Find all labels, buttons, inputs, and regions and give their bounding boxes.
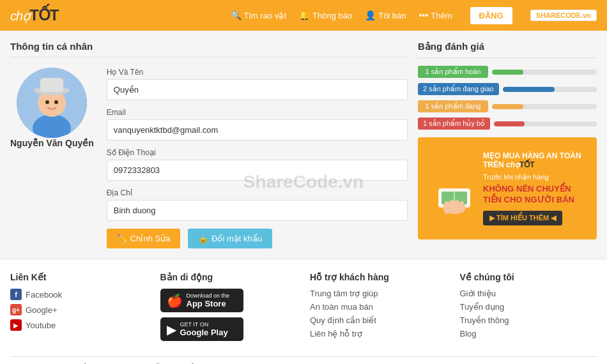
footer-col-di-dong: Bản di động 🍎 Download on the App Store … bbox=[160, 272, 298, 346]
logo[interactable]: chợTỐT bbox=[10, 6, 58, 24]
ad-brand-tot: TỐT bbox=[519, 160, 535, 169]
footer-bottom: CÔNG TY TNHH CHỢ TỐT - Địa chỉ: Phòng 18… bbox=[10, 356, 597, 364]
googleplus-icon: g+ bbox=[10, 304, 22, 315]
get-it-on-label: GET IT ON bbox=[180, 321, 228, 328]
bell-icon: 🔔 bbox=[299, 10, 310, 20]
footer-lien-ket-title: Liên Kết bbox=[10, 272, 148, 282]
profile-section: Nguyễn Văn Quyền Họ Và Tên Email Số Điện… bbox=[10, 68, 408, 248]
apple-icon: 🍎 bbox=[167, 293, 183, 308]
lien-he-label: Liên hệ hỗ trợ bbox=[310, 329, 362, 338]
nav-more-label: Thêm bbox=[431, 11, 452, 20]
nav-more[interactable]: ••• Thêm bbox=[419, 10, 452, 20]
svg-point-5 bbox=[45, 100, 49, 104]
input-phone[interactable] bbox=[107, 160, 408, 181]
nav-profile[interactable]: 👤 Tôi bán bbox=[365, 10, 406, 20]
footer-link-tuyen-dung[interactable]: Tuyển dụng bbox=[460, 302, 597, 312]
footer-col-ho-tro: Hỗ trợ khách hàng Trung tâm trợ giúp An … bbox=[310, 272, 447, 346]
doi-mat-khau-label: Đổi mật khẩu bbox=[211, 234, 262, 243]
rating-label-2: 1 sản phẩm đang bbox=[418, 100, 488, 112]
ad-learn-more-button[interactable]: ▶ TÌM HIỂU THÊM ◀ bbox=[483, 211, 562, 225]
rating-title: Bảng đánh giá bbox=[418, 41, 597, 58]
form-group-name: Họ Và Tên bbox=[107, 68, 408, 100]
input-address[interactable] bbox=[107, 200, 408, 221]
logo-tot: TỐT bbox=[29, 6, 58, 24]
ad-image bbox=[426, 156, 477, 220]
chinh-sua-button[interactable]: ✏️ Chỉnh Sửa bbox=[107, 229, 181, 248]
doi-mat-khau-button[interactable]: 🔒 Đổi mật khẩu bbox=[188, 229, 272, 248]
rating-bar-3: 1 sản phẩm hủy bỏ bbox=[418, 118, 597, 130]
ad-title: MẸO MUA HÀNG AN TOÀN TRÊN chợTỐT bbox=[483, 151, 589, 169]
nav-profile-label: Tôi bán bbox=[378, 11, 406, 20]
svg-point-6 bbox=[54, 100, 58, 104]
footer-link-facebook[interactable]: f Facebook bbox=[10, 289, 148, 300]
footer-link-lien-he[interactable]: Liên hệ hỗ trợ bbox=[310, 329, 447, 338]
nav-search[interactable]: 🔍 Tìm rao vặt bbox=[231, 10, 287, 20]
nav-notification[interactable]: 🔔 Thông báo bbox=[299, 10, 352, 20]
blog-label: Blog bbox=[460, 329, 477, 338]
form-section: Họ Và Tên Email Số Điện Thoại Địa Chỉ bbox=[107, 68, 408, 248]
google-play-button[interactable]: ▶ GET IT ON Google Play bbox=[160, 317, 243, 341]
svg-rect-13 bbox=[455, 200, 459, 214]
avatar bbox=[17, 68, 87, 138]
google-play-text: GET IT ON Google Play bbox=[180, 321, 228, 337]
right-panel: Bảng đánh giá 1 sản phẩm hoàn 2 sản phẩm… bbox=[418, 41, 597, 248]
footer-link-googleplus[interactable]: g+ Google+ bbox=[10, 304, 148, 315]
svg-rect-4 bbox=[40, 78, 63, 92]
form-group-email: Email bbox=[107, 108, 408, 140]
quy-dinh-label: Quy định cần biết bbox=[310, 315, 376, 325]
form-group-address: Địa Chỉ bbox=[107, 188, 408, 221]
footer-grid: Liên Kết f Facebook g+ Google+ ▶ Youtube… bbox=[10, 272, 597, 346]
input-ho-va-ten[interactable] bbox=[107, 79, 408, 100]
lock-icon: 🔒 bbox=[198, 234, 208, 243]
app-store-text: Download on the App Store bbox=[187, 292, 230, 308]
facebook-label: Facebook bbox=[26, 290, 62, 300]
chinh-sua-label: Chỉnh Sửa bbox=[130, 234, 171, 243]
ad-highlight: KHÔNG NÊN CHUYỂN TIỀN CHO NGƯỜI BÁN bbox=[483, 184, 589, 206]
sharecode-badge: SHARECODE.vn bbox=[530, 10, 597, 21]
svg-rect-14 bbox=[460, 201, 464, 213]
app-store-label: App Store bbox=[187, 299, 230, 308]
youtube-label: Youtube bbox=[26, 321, 56, 330]
app-store-button[interactable]: 🍎 Download on the App Store bbox=[160, 289, 243, 312]
label-email: Email bbox=[107, 108, 408, 117]
user-icon: 👤 bbox=[365, 10, 376, 20]
footer-link-gioi-thieu[interactable]: Giới thiệu bbox=[460, 289, 597, 298]
rating-fill-1 bbox=[503, 87, 555, 92]
nav-links: 🔍 Tìm rao vặt 🔔 Thông báo 👤 Tôi bán ••• … bbox=[231, 7, 597, 24]
rating-label-1: 2 sản phẩm đang giao bbox=[418, 83, 499, 95]
avatar-block: Nguyễn Văn Quyền bbox=[10, 68, 94, 148]
footer-link-blog[interactable]: Blog bbox=[460, 329, 597, 338]
footer-ho-tro-title: Hỗ trợ khách hàng bbox=[310, 272, 447, 282]
label-ho-va-ten: Họ Và Tên bbox=[107, 68, 408, 77]
input-email[interactable] bbox=[107, 119, 408, 140]
footer-link-truyen-thong[interactable]: Truyền thông bbox=[460, 315, 597, 325]
footer-link-youtube[interactable]: ▶ Youtube bbox=[10, 319, 148, 331]
dots-icon: ••• bbox=[419, 10, 429, 20]
footer-col-lien-ket: Liên Kết f Facebook g+ Google+ ▶ Youtube bbox=[10, 272, 148, 346]
footer-di-dong-title: Bản di động bbox=[160, 272, 298, 282]
nav-search-label: Tìm rao vặt bbox=[244, 11, 287, 20]
rating-track-2 bbox=[492, 104, 597, 109]
svg-rect-11 bbox=[445, 201, 449, 214]
main-container: Thông tin cá nhân ShareCode.vn bbox=[0, 31, 607, 259]
google-play-icon: ▶ bbox=[167, 322, 176, 337]
login-button[interactable]: ĐĂNG bbox=[470, 7, 512, 24]
rating-label-3: 1 sản phẩm hủy bỏ bbox=[418, 118, 490, 130]
youtube-icon: ▶ bbox=[10, 319, 22, 331]
footer-link-trung-tam[interactable]: Trung tâm trợ giúp bbox=[310, 289, 447, 298]
logo-cho: chợ bbox=[10, 9, 29, 23]
ad-brand: chợ bbox=[506, 160, 519, 169]
left-panel: Thông tin cá nhân ShareCode.vn bbox=[10, 41, 408, 248]
ad-text-block: MẸO MUA HÀNG AN TOÀN TRÊN chợTỐT Trước k… bbox=[483, 151, 589, 225]
ad-banner: MẸO MUA HÀNG AN TOÀN TRÊN chợTỐT Trước k… bbox=[418, 137, 597, 239]
rating-track-1 bbox=[503, 87, 597, 92]
trung-tam-label: Trung tâm trợ giúp bbox=[310, 289, 378, 298]
footer: Liên Kết f Facebook g+ Google+ ▶ Youtube… bbox=[0, 259, 607, 364]
footer-link-an-toan[interactable]: An toàn mua bán bbox=[310, 302, 447, 312]
form-actions: ✏️ Chỉnh Sửa 🔒 Đổi mật khẩu bbox=[107, 229, 408, 248]
an-toan-label: An toàn mua bán bbox=[310, 302, 373, 312]
footer-link-quy-dinh[interactable]: Quy định cần biết bbox=[310, 315, 447, 325]
ad-line1: Trước khi nhận hàng bbox=[483, 173, 589, 181]
form-group-phone: Số Điện Thoại bbox=[107, 148, 408, 181]
header: chợTỐT 🔍 Tìm rao vặt 🔔 Thông báo 👤 Tôi b… bbox=[0, 0, 607, 31]
